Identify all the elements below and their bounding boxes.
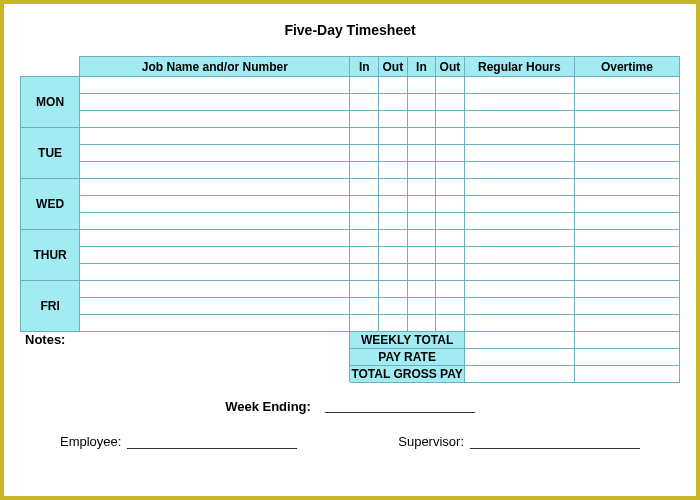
- cell[interactable]: [464, 128, 574, 145]
- cell[interactable]: [407, 213, 436, 230]
- cell[interactable]: [350, 128, 379, 145]
- cell[interactable]: [464, 315, 574, 332]
- cell[interactable]: [574, 179, 679, 196]
- cell[interactable]: [464, 298, 574, 315]
- cell[interactable]: [436, 264, 465, 281]
- cell[interactable]: [379, 247, 408, 264]
- notes-label[interactable]: Notes:: [21, 332, 350, 383]
- cell[interactable]: [464, 162, 574, 179]
- cell[interactable]: [407, 230, 436, 247]
- weekly-total-regular[interactable]: [464, 332, 574, 349]
- cell[interactable]: [574, 281, 679, 298]
- cell[interactable]: [80, 111, 350, 128]
- cell[interactable]: [350, 111, 379, 128]
- cell[interactable]: [574, 196, 679, 213]
- pay-rate-regular[interactable]: [464, 349, 574, 366]
- cell[interactable]: [407, 196, 436, 213]
- cell[interactable]: [80, 77, 350, 94]
- cell[interactable]: [350, 94, 379, 111]
- cell[interactable]: [80, 281, 350, 298]
- cell[interactable]: [379, 77, 408, 94]
- cell[interactable]: [464, 281, 574, 298]
- cell[interactable]: [350, 315, 379, 332]
- cell[interactable]: [379, 264, 408, 281]
- cell[interactable]: [407, 94, 436, 111]
- cell[interactable]: [407, 179, 436, 196]
- cell[interactable]: [436, 230, 465, 247]
- cell[interactable]: [574, 77, 679, 94]
- cell[interactable]: [436, 111, 465, 128]
- cell[interactable]: [350, 264, 379, 281]
- cell[interactable]: [379, 230, 408, 247]
- cell[interactable]: [574, 315, 679, 332]
- cell[interactable]: [436, 281, 465, 298]
- cell[interactable]: [80, 298, 350, 315]
- cell[interactable]: [350, 281, 379, 298]
- cell[interactable]: [464, 264, 574, 281]
- cell[interactable]: [574, 111, 679, 128]
- cell[interactable]: [464, 247, 574, 264]
- cell[interactable]: [350, 298, 379, 315]
- cell[interactable]: [464, 179, 574, 196]
- cell[interactable]: [379, 179, 408, 196]
- cell[interactable]: [80, 94, 350, 111]
- cell[interactable]: [464, 213, 574, 230]
- cell[interactable]: [80, 145, 350, 162]
- cell[interactable]: [436, 162, 465, 179]
- cell[interactable]: [574, 128, 679, 145]
- cell[interactable]: [574, 213, 679, 230]
- cell[interactable]: [379, 145, 408, 162]
- cell[interactable]: [80, 196, 350, 213]
- cell[interactable]: [379, 298, 408, 315]
- cell[interactable]: [464, 230, 574, 247]
- cell[interactable]: [407, 128, 436, 145]
- cell[interactable]: [407, 145, 436, 162]
- cell[interactable]: [436, 213, 465, 230]
- cell[interactable]: [379, 128, 408, 145]
- cell[interactable]: [436, 145, 465, 162]
- cell[interactable]: [379, 281, 408, 298]
- cell[interactable]: [379, 94, 408, 111]
- total-gross-regular[interactable]: [464, 366, 574, 383]
- cell[interactable]: [80, 162, 350, 179]
- pay-rate-overtime[interactable]: [574, 349, 679, 366]
- cell[interactable]: [80, 230, 350, 247]
- cell[interactable]: [407, 264, 436, 281]
- cell[interactable]: [464, 94, 574, 111]
- cell[interactable]: [464, 77, 574, 94]
- cell[interactable]: [407, 77, 436, 94]
- cell[interactable]: [350, 196, 379, 213]
- cell[interactable]: [574, 162, 679, 179]
- cell[interactable]: [80, 179, 350, 196]
- cell[interactable]: [80, 264, 350, 281]
- cell[interactable]: [464, 196, 574, 213]
- cell[interactable]: [80, 128, 350, 145]
- cell[interactable]: [379, 196, 408, 213]
- cell[interactable]: [436, 94, 465, 111]
- cell[interactable]: [80, 315, 350, 332]
- cell[interactable]: [350, 230, 379, 247]
- total-gross-overtime[interactable]: [574, 366, 679, 383]
- cell[interactable]: [464, 145, 574, 162]
- cell[interactable]: [436, 196, 465, 213]
- cell[interactable]: [350, 77, 379, 94]
- cell[interactable]: [407, 162, 436, 179]
- cell[interactable]: [574, 94, 679, 111]
- cell[interactable]: [436, 247, 465, 264]
- cell[interactable]: [407, 111, 436, 128]
- cell[interactable]: [407, 247, 436, 264]
- cell[interactable]: [436, 179, 465, 196]
- cell[interactable]: [574, 247, 679, 264]
- cell[interactable]: [464, 111, 574, 128]
- cell[interactable]: [574, 145, 679, 162]
- cell[interactable]: [350, 145, 379, 162]
- cell[interactable]: [574, 298, 679, 315]
- cell[interactable]: [379, 111, 408, 128]
- cell[interactable]: [436, 315, 465, 332]
- cell[interactable]: [407, 281, 436, 298]
- cell[interactable]: [379, 315, 408, 332]
- weekly-total-overtime[interactable]: [574, 332, 679, 349]
- cell[interactable]: [436, 77, 465, 94]
- cell[interactable]: [574, 230, 679, 247]
- cell[interactable]: [574, 264, 679, 281]
